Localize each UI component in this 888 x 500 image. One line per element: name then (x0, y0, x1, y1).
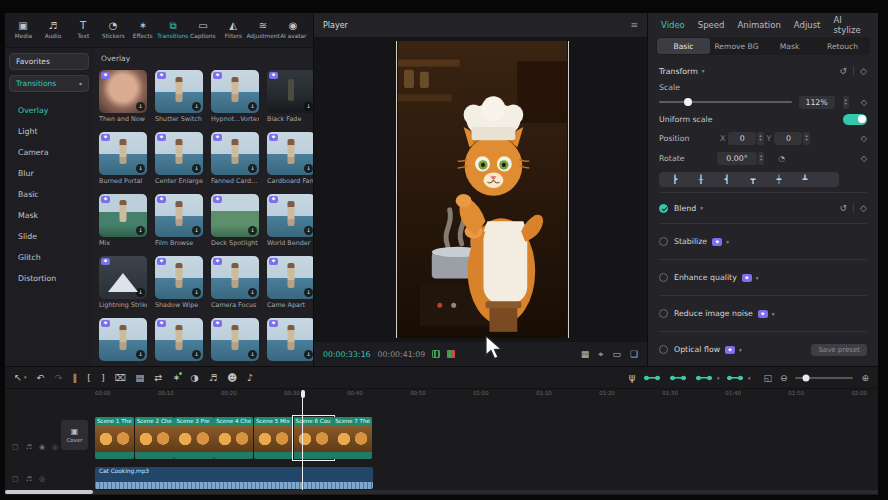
timeline-tool-icon[interactable]: ∥ (72, 373, 77, 383)
section-checkbox[interactable] (659, 273, 668, 282)
keyframe-icon[interactable]: ◇ (861, 154, 867, 163)
track-hide-icon[interactable]: ◉ (39, 443, 45, 451)
inspector-subtab[interactable]: Remove BG (710, 38, 763, 54)
zoom-out-icon[interactable]: ⊖ (780, 373, 788, 383)
section-checkbox[interactable] (659, 309, 668, 318)
transition-thumbnail[interactable]: ◆ ↓ (211, 318, 259, 361)
save-preset-button[interactable]: Save preset (811, 344, 867, 356)
category-item[interactable]: Camera (9, 142, 89, 163)
transition-thumbnail[interactable]: ◆ ↓ (99, 194, 147, 237)
scale-stepper[interactable]: ▴ ▾ (843, 96, 849, 109)
player-menu-icon[interactable]: ≡ (630, 20, 638, 30)
transition-thumbnail[interactable]: ◆ ↓ (211, 194, 259, 237)
transition-thumbnail[interactable]: ◆ ↓ (211, 132, 259, 175)
download-icon[interactable]: ↓ (304, 226, 313, 235)
transition-thumbnail[interactable]: ◆ ↓ (211, 70, 259, 113)
transition-thumbnail[interactable]: ◆ ↓ (99, 256, 147, 299)
top-toolbar-tab[interactable]: ◉ AI avatar (278, 21, 308, 39)
scale-slider-knob[interactable] (684, 98, 692, 106)
transition-card[interactable]: ◆ ↓ Hypnot...Vortex (211, 70, 259, 123)
track-lock-icon[interactable]: ▢ (12, 443, 19, 451)
transition-thumbnail[interactable]: ◆ ↓ (211, 256, 259, 299)
transition-thumbnail[interactable]: ◆ ↓ (267, 70, 313, 113)
download-icon[interactable]: ↓ (248, 350, 257, 359)
player-bar-icon[interactable]: ▦ (581, 349, 590, 360)
timeline-toggle-icon[interactable] (695, 373, 713, 383)
position-x-value[interactable]: 0 (728, 132, 756, 145)
transition-card[interactable]: ◆ ↓ Cardboard Fan (267, 132, 313, 185)
reset-icon[interactable]: ↺ (840, 66, 848, 76)
voiceover-mic-icon[interactable]: ψ (629, 372, 636, 383)
transition-thumbnail[interactable]: ◆ ↓ (267, 132, 313, 175)
transition-card[interactable]: ◆ ↓ Black Fade (267, 70, 313, 123)
scrollbar-thumb[interactable] (5, 490, 93, 494)
section-checkbox[interactable] (659, 237, 668, 246)
timeline-zoom-knob[interactable] (802, 374, 809, 381)
video-clip[interactable]: Scene 7 The (333, 417, 372, 459)
transition-thumbnail[interactable]: ◆ ↓ (155, 318, 203, 361)
inspector-section-row[interactable]: Optical flow ◆ ▾ Save preset (659, 337, 867, 362)
align-icon[interactable]: ┿ (767, 175, 791, 184)
inspector-tab[interactable]: Animation (737, 20, 780, 30)
inspector-section-row[interactable]: Stabilize ◆ ▾ (659, 229, 867, 254)
align-icon[interactable]: ┫ (715, 175, 739, 184)
position-y-stepper[interactable]: ▴ ▾ (803, 132, 809, 145)
transition-card[interactable]: ◆ ↓ (211, 318, 259, 363)
transition-thumbnail[interactable]: ◆ ↓ (99, 318, 147, 361)
video-clip[interactable]: Scene 3 Pre (174, 417, 213, 459)
timeline-ruler[interactable]: 00:00 00:10 00:20 00:30 00:40 00:50 01:0… (95, 390, 867, 396)
download-icon[interactable]: ↓ (304, 102, 313, 111)
scale-slider[interactable] (659, 101, 792, 103)
timeline-tool-icon[interactable]: ✶ (173, 373, 181, 383)
top-toolbar-tab[interactable]: ▣ Media (8, 21, 38, 39)
download-icon[interactable]: ↓ (192, 288, 201, 297)
download-icon[interactable]: ↓ (136, 288, 145, 297)
transition-card[interactable]: ◆ ↓ Shadow Wipe (155, 256, 203, 309)
stepper-down-icon[interactable]: ▾ (805, 138, 807, 143)
download-icon[interactable]: ↓ (136, 226, 145, 235)
inspector-subtab[interactable]: Mask (763, 38, 816, 54)
track-mute-icon[interactable]: ♬ (26, 475, 32, 483)
selection-edge-left[interactable] (396, 41, 397, 338)
rotate-value[interactable]: 0.00° (717, 152, 757, 165)
download-icon[interactable]: ↓ (304, 288, 313, 297)
top-toolbar-tab[interactable]: T Text (68, 21, 98, 39)
align-icon[interactable]: ┳ (741, 175, 765, 184)
section-checkbox[interactable] (659, 345, 668, 354)
transition-card[interactable]: ◆ ↓ Mix (99, 194, 147, 247)
preview-stage[interactable] (314, 37, 647, 342)
download-icon[interactable]: ↓ (192, 164, 201, 173)
top-toolbar-tab[interactable]: ≋ Adjustment (248, 21, 278, 39)
align-icon[interactable]: ┻ (793, 175, 817, 184)
main-track-icon[interactable]: ◎ (52, 443, 58, 451)
inspector-tab[interactable]: Speed (698, 20, 725, 30)
download-icon[interactable]: ↓ (136, 350, 145, 359)
transition-thumbnail[interactable]: ◆ ↓ (99, 70, 147, 113)
timeline-tool-icon[interactable]: ↶ (36, 373, 44, 383)
horizontal-scrollbar[interactable] (5, 490, 878, 494)
video-clip[interactable]: Scene 5 Mix (254, 417, 293, 459)
position-y-value[interactable]: 0 (774, 132, 802, 145)
transition-thumbnail[interactable]: ◆ ↓ (99, 132, 147, 175)
transitions-dropdown[interactable]: Transitions ▾ (9, 75, 89, 92)
zoom-in-icon[interactable]: ⊕ (861, 373, 869, 383)
timeline-tool-icon[interactable]: ◑ (190, 373, 198, 383)
adapt-timeline-icon[interactable]: ◱ (763, 373, 772, 383)
download-icon[interactable]: ↓ (248, 164, 257, 173)
align-icon[interactable]: ┣ (663, 175, 687, 184)
video-clip[interactable]: Scene 6 Cou (294, 417, 333, 459)
blend-section-title[interactable]: Blend (674, 204, 696, 213)
transform-section-title[interactable]: Transform (659, 67, 698, 76)
timeline-toggle-icon[interactable] (643, 373, 661, 383)
stepper-down-icon[interactable]: ▾ (759, 138, 761, 143)
transition-thumbnail[interactable]: ◆ ↓ (267, 194, 313, 237)
transition-card[interactable]: ◆ ↓ Shutter Switch (155, 70, 203, 123)
timeline-tool-icon[interactable]: ⇄ (155, 373, 163, 383)
inspector-section-row[interactable]: Enhance quality ◆ ▾ (659, 265, 867, 290)
download-icon[interactable]: ↓ (248, 102, 257, 111)
favorites-button[interactable]: Favorites (9, 53, 89, 70)
transition-card[interactable]: ◆ ↓ Then and Now (99, 70, 147, 123)
timeline-tool-icon[interactable]: ] (101, 373, 105, 383)
timeline-tool-icon[interactable]: ♬ (209, 373, 218, 383)
download-icon[interactable]: ↓ (136, 102, 145, 111)
